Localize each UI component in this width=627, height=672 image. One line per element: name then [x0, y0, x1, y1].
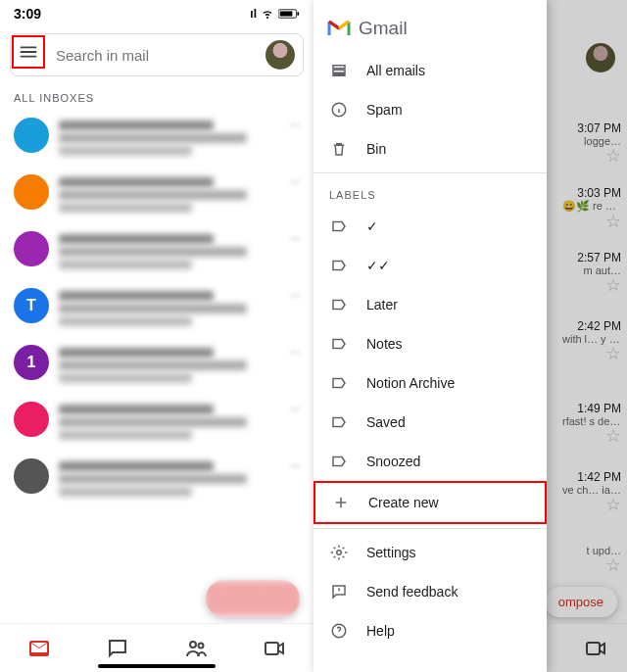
label-icon [329, 295, 349, 314]
label-icon [329, 373, 349, 393]
home-indicator [98, 664, 216, 668]
mail-preview [59, 288, 280, 329]
label-icon [329, 256, 349, 275]
status-indicators: ıl [250, 7, 300, 21]
sender-avatar: T [14, 288, 49, 323]
drawer-item-label: Later [366, 297, 398, 312]
label-icon [329, 334, 349, 354]
mail-item[interactable]: ··· [10, 223, 304, 280]
labels-header: LABELS [314, 177, 547, 207]
drawer-label-2[interactable]: Later [314, 285, 547, 324]
drawer-item-label: ✓✓ [366, 258, 390, 273]
drawer-item-label: Help [366, 623, 395, 639]
drawer-create-new[interactable]: Create new [314, 481, 547, 524]
sender-avatar [14, 118, 49, 153]
sender-avatar [14, 402, 49, 437]
drawer-header: Gmail [314, 0, 547, 51]
drawer-item-label: Send feedback [366, 584, 458, 600]
drawer-item-label: Snoozed [366, 454, 420, 469]
mail-item[interactable]: ··· [10, 110, 304, 167]
drawer-label-1[interactable]: ✓✓ [314, 246, 547, 285]
phone-inbox: 3:09 ıl ALL INBOXES ··· [0, 0, 314, 672]
mail-list[interactable]: ··· ··· ··· T ··· 1 ··· [0, 110, 314, 507]
plus-icon [331, 493, 351, 512]
drawer-item-label: Notes [366, 336, 403, 352]
drawer-separator [314, 528, 547, 529]
battery-icon [278, 8, 300, 20]
mail-time: ··· [290, 458, 300, 500]
drawer-brand: Gmail [359, 18, 408, 39]
compose-fab[interactable] [206, 580, 300, 617]
mail-preview [59, 118, 280, 159]
mail-time: ··· [290, 118, 300, 159]
stack-icon [329, 61, 349, 80]
mail-preview [59, 458, 280, 500]
mail-item[interactable]: ··· [10, 451, 304, 507]
mail-time: ··· [290, 345, 300, 386]
drawer-item-label: Saved [366, 414, 406, 430]
mail-time: ··· [290, 402, 300, 443]
svg-rect-2 [297, 12, 299, 15]
label-icon [329, 216, 349, 236]
mail-time: ··· [290, 174, 300, 216]
signal-icon: ıl [250, 7, 257, 21]
drawer-separator [314, 172, 547, 173]
feedback-icon [329, 582, 349, 601]
svg-rect-5 [265, 643, 278, 654]
drawer-label-6[interactable]: Snoozed [314, 442, 547, 481]
drawer-footer-0[interactable]: Settings [314, 533, 547, 572]
gmail-logo-icon [327, 20, 351, 37]
drawer-item-label: ✓ [366, 218, 378, 234]
svg-point-3 [190, 642, 196, 648]
nav-chat-icon[interactable] [106, 637, 129, 660]
mail-item[interactable]: T ··· [10, 280, 304, 337]
search-bar-wrap [0, 27, 314, 82]
svg-point-4 [199, 643, 204, 648]
drawer-label-0[interactable]: ✓ [314, 207, 547, 246]
drawer-footer-1[interactable]: Send feedback [314, 572, 547, 611]
nav-meet-icon[interactable] [263, 637, 286, 660]
drawer-footer-2[interactable]: Help [314, 611, 547, 650]
mail-time: ··· [290, 231, 300, 272]
search-bar[interactable] [10, 33, 304, 76]
drawer-item-label: Bin [366, 141, 386, 157]
mail-preview [59, 231, 280, 272]
label-icon [329, 452, 349, 471]
help-icon [329, 621, 349, 641]
drawer-primary-0[interactable]: All emails [314, 51, 547, 90]
mail-item[interactable]: 1 ··· [10, 337, 304, 394]
status-time: 3:09 [14, 6, 41, 22]
hamburger-icon[interactable] [18, 41, 39, 63]
mail-preview [59, 174, 280, 216]
status-bar: 3:09 ıl [0, 0, 314, 27]
mail-item[interactable]: ··· [10, 167, 304, 223]
drawer-label-5[interactable]: Saved [314, 403, 547, 442]
section-all-inboxes: ALL INBOXES [0, 82, 314, 110]
drawer-primary-2[interactable]: Bin [314, 129, 547, 168]
svg-point-11 [337, 551, 342, 555]
svg-rect-1 [280, 11, 293, 16]
svg-rect-8 [333, 70, 345, 72]
info-icon [329, 100, 349, 120]
sender-avatar [14, 458, 49, 494]
svg-rect-9 [333, 74, 345, 76]
gear-icon [329, 543, 349, 562]
search-input[interactable] [56, 47, 256, 64]
mail-item[interactable]: ··· [10, 394, 304, 451]
account-avatar[interactable] [265, 40, 295, 70]
svg-rect-7 [333, 66, 345, 69]
drawer-label-4[interactable]: Notion Archive [314, 363, 547, 403]
phone-drawer: 3:07 PM logge… ☆3:03 PM 😀🌿 re H… ☆2:57 P… [314, 0, 627, 672]
mail-preview [59, 345, 280, 386]
highlight-hamburger [12, 35, 45, 69]
drawer-primary-1[interactable]: Spam [314, 90, 547, 129]
nav-drawer: Gmail All emails Spam Bin LABELS ✓ ✓✓ La… [314, 0, 547, 672]
wifi-icon [261, 8, 274, 20]
mail-time: ··· [290, 288, 300, 329]
nav-rooms-icon[interactable] [184, 637, 208, 660]
drawer-item-label: Settings [366, 545, 416, 560]
nav-mail-icon[interactable] [27, 637, 51, 660]
label-icon [329, 412, 349, 432]
drawer-item-label: Notion Archive [366, 375, 455, 391]
drawer-label-3[interactable]: Notes [314, 324, 547, 363]
